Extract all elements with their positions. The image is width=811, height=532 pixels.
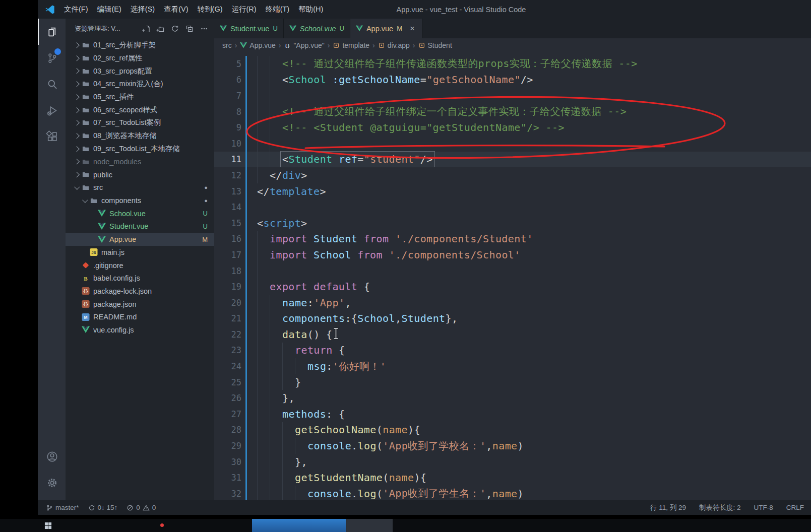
code-line-18[interactable]: 18 bbox=[214, 263, 811, 279]
code-line-30[interactable]: 30}, bbox=[214, 454, 811, 470]
code-line-14[interactable]: 14 bbox=[214, 199, 811, 215]
action-collapse-all[interactable] bbox=[184, 24, 195, 34]
activity-extensions[interactable] bbox=[38, 123, 66, 150]
code-line-11[interactable]: 11<Student ref="student"/> bbox=[214, 152, 811, 168]
tree-item-readme[interactable]: MREADME.md bbox=[66, 310, 214, 323]
menu-edit[interactable]: 编辑(E) bbox=[93, 0, 126, 19]
eol-indicator[interactable]: CRLF bbox=[786, 504, 804, 511]
tree-item-student-vue[interactable]: Student.vueU bbox=[66, 220, 214, 233]
code-line-17[interactable]: 17import School from './components/Schoo… bbox=[214, 247, 811, 263]
tree-item-babel-config[interactable]: Bbabel.config.js bbox=[66, 272, 214, 285]
tree-item-folder-08[interactable]: 08_浏览器本地存储 bbox=[66, 129, 214, 143]
code-line-6[interactable]: 6<School :getSchoolName="getSchoolName"/… bbox=[214, 72, 811, 88]
tab-student-vue[interactable]: Student.vueU bbox=[214, 19, 284, 38]
tree-item-folder-06[interactable]: 06_src_scoped样式 bbox=[66, 103, 214, 116]
tab-school-vue[interactable]: School.vueU bbox=[284, 19, 350, 38]
tree-item-folder-09[interactable]: 09_src_TodoList_本地存储 bbox=[66, 143, 214, 156]
action-more-actions[interactable] bbox=[199, 24, 209, 34]
tab-size-indicator[interactable]: 制表符长度: 2 bbox=[699, 503, 741, 512]
breadcrumb-div-app[interactable]: div.app bbox=[378, 41, 410, 49]
windows-start-icon[interactable] bbox=[44, 522, 52, 529]
code-line-22[interactable]: 22data() { bbox=[214, 326, 811, 343]
tree-item-components[interactable]: components● bbox=[66, 194, 214, 207]
menu-file[interactable]: 文件(F) bbox=[59, 0, 93, 19]
token-comment: <!-- 通过父组件给子组件绑定一个自定义事件实现：子给父传递数据 --> bbox=[282, 105, 627, 118]
breadcrumb-app-vue[interactable]: App.vue bbox=[240, 41, 275, 49]
tree-item-src[interactable]: src● bbox=[66, 181, 214, 194]
code-line-12[interactable]: 12</div> bbox=[214, 167, 811, 183]
tree-item-folder-01[interactable]: 01_src_分析脚手架 bbox=[66, 39, 214, 52]
breadcrumb-src[interactable]: src bbox=[222, 41, 232, 49]
activity-bar-top bbox=[38, 19, 66, 150]
tree-item-node-modules[interactable]: node_modules bbox=[66, 155, 214, 168]
code-line-28[interactable]: 28getSchoolName(name){ bbox=[214, 422, 811, 438]
breadcrumb-template[interactable]: template bbox=[333, 41, 369, 49]
token-punct: }, bbox=[295, 456, 307, 468]
menu-selection[interactable]: 选择(S) bbox=[126, 0, 159, 19]
breadcrumb-student[interactable]: Student bbox=[418, 41, 452, 49]
code-line-9[interactable]: 9<!-- <Student @atguigu="getStudentName"… bbox=[214, 119, 811, 136]
action-new-file[interactable] bbox=[141, 24, 151, 34]
tree-item-public[interactable]: public bbox=[66, 168, 214, 181]
tree-item-package-json[interactable]: {}package.json bbox=[66, 298, 214, 311]
tab-app-vue[interactable]: App.vueM× bbox=[350, 19, 422, 38]
menu-terminal[interactable]: 终端(T) bbox=[261, 0, 294, 19]
breadcrumb-separator: › bbox=[279, 41, 281, 49]
code-line-26[interactable]: 26}, bbox=[214, 390, 811, 406]
tree-item-main-js[interactable]: JSmain.js bbox=[66, 246, 214, 259]
menu-view[interactable]: 查看(V) bbox=[159, 0, 193, 19]
activity-explorer[interactable] bbox=[38, 19, 66, 45]
menu-help[interactable]: 帮助(H) bbox=[294, 0, 328, 19]
code-line-5[interactable]: 5<!-- 通过父组件给子组件传递函数类型的props实现：子给父传递数据 --… bbox=[214, 56, 811, 72]
code-line-7[interactable]: 7 bbox=[214, 88, 811, 104]
tree-item-folder-07[interactable]: 07_src_TodoList案例 bbox=[66, 116, 214, 129]
tree-item-label: main.js bbox=[101, 248, 124, 256]
close-icon[interactable]: × bbox=[408, 25, 416, 33]
code-line-15[interactable]: 15<script> bbox=[214, 215, 811, 231]
git-branch-status[interactable]: master* bbox=[46, 504, 79, 511]
code-line-23[interactable]: 23return { bbox=[214, 343, 811, 359]
action-refresh[interactable] bbox=[170, 24, 180, 34]
code-line-31[interactable]: 31getStudentName(name){ bbox=[214, 470, 811, 486]
tree-item-app-vue[interactable]: App.vueM bbox=[66, 233, 214, 246]
tree-item-label: App.vue bbox=[109, 235, 136, 243]
sync-status[interactable]: 0↓ 15↑ bbox=[88, 504, 118, 511]
code-line-32[interactable]: 32console.log('App收到了学生名：',name) bbox=[214, 486, 811, 502]
activity-account[interactable] bbox=[38, 443, 66, 470]
code-line-19[interactable]: 19export default { bbox=[214, 279, 811, 295]
activity-run-debug[interactable] bbox=[38, 97, 66, 123]
code-line-10[interactable]: 10 bbox=[214, 136, 811, 152]
code-line-13[interactable]: 13</template> bbox=[214, 183, 811, 200]
tree-item-folder-05[interactable]: 05_src_插件 bbox=[66, 91, 214, 104]
menu-run[interactable]: 运行(R) bbox=[227, 0, 261, 19]
json-icon: {} bbox=[82, 300, 90, 308]
menu-go[interactable]: 转到(G) bbox=[193, 0, 227, 19]
code-line-20[interactable]: 20name:'App', bbox=[214, 295, 811, 311]
tree-item-package-lock[interactable]: {}package-lock.json bbox=[66, 285, 214, 298]
code-line-24[interactable]: 24msg:'你好啊！' bbox=[214, 358, 811, 374]
taskbar-window-button[interactable] bbox=[346, 519, 393, 532]
encoding-indicator[interactable]: UTF-8 bbox=[754, 504, 773, 511]
activity-search[interactable] bbox=[38, 71, 66, 97]
tree-item-folder-03[interactable]: 03_src_props配置 bbox=[66, 64, 214, 78]
tree-item-folder-02[interactable]: 02_src_ref属性 bbox=[66, 52, 214, 65]
code-line-27[interactable]: 27methods: { bbox=[214, 406, 811, 422]
code-line-29[interactable]: 29console.log('App收到了学校名：',name) bbox=[214, 438, 811, 454]
cursor-position[interactable]: 行 11, 列 29 bbox=[650, 503, 686, 512]
code-line-16[interactable]: 16import Student from './components/Stud… bbox=[214, 231, 811, 247]
code-line-21[interactable]: 21components:{School,Student}, bbox=[214, 311, 811, 327]
breadcrumb-app-vue-region[interactable]: {}"App.vue" bbox=[284, 41, 324, 49]
git-modified-indicator bbox=[245, 199, 247, 215]
tree-item-gitignore[interactable]: .gitignore bbox=[66, 259, 214, 272]
action-new-folder[interactable] bbox=[155, 24, 165, 34]
code-line-8[interactable]: 8<!-- 通过父组件给子组件绑定一个自定义事件实现：子给父传递数据 --> bbox=[214, 104, 811, 120]
taskbar-active-window-button[interactable] bbox=[252, 519, 346, 532]
tree-item-folder-04[interactable]: 04_src_mixin混入(合) bbox=[66, 78, 214, 91]
tree-item-school-vue[interactable]: School.vueU bbox=[66, 207, 214, 220]
activity-settings[interactable] bbox=[38, 470, 66, 496]
tree-item-vue-config[interactable]: vue.config.js bbox=[66, 323, 214, 337]
activity-source-control[interactable] bbox=[38, 45, 66, 71]
code-line-25[interactable]: 25} bbox=[214, 374, 811, 390]
code-editor[interactable]: 5<!-- 通过父组件给子组件传递函数类型的props实现：子给父传递数据 --… bbox=[214, 52, 811, 504]
problems-status[interactable]: 0 0 bbox=[127, 504, 156, 511]
